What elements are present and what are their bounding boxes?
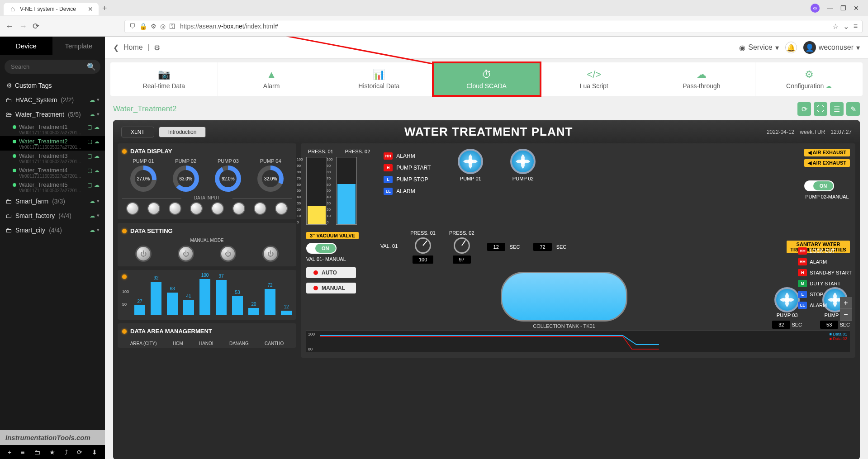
cloud-icon[interactable]: ☁ bbox=[90, 198, 95, 204]
chevron-down-icon[interactable]: ▾ bbox=[97, 227, 100, 233]
gear-icon[interactable]: ⚙ bbox=[154, 43, 160, 52]
sidebar-tab-template[interactable]: Template bbox=[52, 37, 105, 55]
url-bar[interactable]: ⛉ 🔒 ⚙ ◎ ⚿ https://asean.v-box.net/index.… bbox=[124, 20, 863, 33]
back-button[interactable]: ← bbox=[5, 22, 14, 31]
add-icon[interactable]: + bbox=[8, 449, 11, 456]
device-item[interactable]: Water_Treatment4▢☁ Vir001171116005027a27… bbox=[0, 165, 105, 180]
back-icon[interactable]: ❮ bbox=[113, 43, 119, 52]
group-smartfactory[interactable]: 🗀 Smart_factory (4/4) ☁▾ bbox=[0, 208, 105, 223]
zoom-in-button[interactable]: + bbox=[840, 297, 852, 309]
chevron-down-icon[interactable]: ▾ bbox=[97, 97, 100, 103]
cloud-icon[interactable]: ☁ bbox=[94, 138, 100, 145]
screen-icon[interactable]: ▢ bbox=[87, 182, 92, 188]
knob[interactable] bbox=[254, 202, 266, 215]
cloud-icon[interactable]: ☁ bbox=[94, 167, 100, 174]
share-icon[interactable]: ⤴ bbox=[65, 449, 68, 456]
breadcrumb-home[interactable]: Home bbox=[123, 43, 143, 52]
device-item-active[interactable]: Water_Treatment2▢☁ Vir001171116005027a27… bbox=[0, 136, 105, 151]
edit-button[interactable]: ✎ bbox=[846, 102, 860, 116]
maximize-button[interactable]: ❐ bbox=[840, 5, 846, 12]
mode-knob[interactable]: ⏻ bbox=[262, 246, 279, 262]
cloud-icon[interactable]: ☁ bbox=[90, 227, 95, 233]
tab-lua[interactable]: </>Lua Script bbox=[541, 62, 648, 96]
cloud-icon[interactable]: ☁ bbox=[94, 153, 100, 159]
cloud-icon[interactable]: ☁ bbox=[94, 124, 100, 130]
pocket-icon[interactable]: ⌄ bbox=[843, 22, 849, 31]
group-smartfarm[interactable]: 🗀 Smart_farm (3/3) ☁▾ bbox=[0, 194, 105, 208]
fullscreen-button[interactable]: ⛶ bbox=[814, 102, 827, 116]
tab-config[interactable]: ⚙Configuration☁ bbox=[755, 62, 863, 96]
star-icon[interactable]: ☆ bbox=[832, 22, 839, 31]
tab-alarm[interactable]: ▲Alarm bbox=[218, 62, 326, 96]
device-item[interactable]: Water_Treatment5▢☁ Vir001171116005027a27… bbox=[0, 180, 105, 194]
menu-icon[interactable]: ≡ bbox=[854, 22, 858, 31]
reload-button[interactable]: ⟳ bbox=[33, 21, 39, 31]
knob[interactable] bbox=[232, 202, 245, 215]
shield-icon[interactable]: ⛉ bbox=[129, 23, 136, 30]
screen-icon[interactable]: ▢ bbox=[87, 138, 92, 145]
knob[interactable] bbox=[169, 202, 181, 215]
screen-icon[interactable]: ▢ bbox=[87, 153, 92, 159]
list-icon[interactable]: ≡ bbox=[21, 449, 24, 456]
window-close-button[interactable]: ✕ bbox=[854, 5, 859, 12]
device-item[interactable]: Water_Treatment1▢☁ Vir001171116005027a27… bbox=[0, 122, 105, 136]
zoom-out-button[interactable]: − bbox=[840, 309, 852, 321]
chevron-down-icon[interactable]: ▾ bbox=[97, 198, 100, 204]
screen-icon[interactable]: ▢ bbox=[87, 167, 92, 174]
new-tab-button[interactable]: + bbox=[102, 4, 107, 13]
cloud-icon[interactable]: ☁ bbox=[94, 182, 100, 188]
extension-icon[interactable]: ∞ bbox=[811, 4, 820, 13]
knob[interactable] bbox=[190, 202, 203, 215]
forward-button[interactable]: → bbox=[19, 22, 27, 31]
group-water[interactable]: 🗁 Water_Treatment (5/5) ☁▾ bbox=[0, 107, 105, 122]
bar: 27 bbox=[134, 305, 145, 315]
sidebar-tab-device[interactable]: Device bbox=[0, 37, 52, 55]
lock-icon[interactable]: 🔒 bbox=[139, 23, 147, 30]
search-field[interactable] bbox=[11, 63, 87, 70]
user-menu[interactable]: 👤 weconuser ▾ bbox=[803, 41, 860, 54]
intro-button[interactable]: Introduction bbox=[159, 127, 206, 137]
download-icon[interactable]: ⬇ bbox=[92, 449, 97, 456]
cloud-icon[interactable]: ☁ bbox=[90, 213, 95, 219]
knob[interactable] bbox=[211, 202, 224, 215]
mode-knob[interactable]: ⏻ bbox=[220, 246, 236, 262]
tab-passthrough[interactable]: ☁Pass-through bbox=[648, 62, 756, 96]
knob[interactable] bbox=[126, 202, 139, 215]
settings-icon[interactable]: ⚙ bbox=[151, 23, 157, 30]
screen-icon[interactable]: ▢ bbox=[87, 124, 92, 130]
bell-icon[interactable]: 🔔 bbox=[785, 42, 797, 53]
manual-button[interactable]: MANUAL bbox=[306, 283, 356, 293]
knob[interactable] bbox=[275, 202, 288, 215]
on-toggle[interactable]: ON bbox=[804, 180, 835, 191]
knob[interactable] bbox=[147, 202, 160, 215]
tab-cloud-scada[interactable]: ⏱Cloud SCADA bbox=[433, 62, 541, 96]
mode-knob[interactable]: ⏻ bbox=[135, 246, 152, 262]
tab-historical[interactable]: 📊Historical Data bbox=[325, 62, 433, 96]
xlnt-button[interactable]: XLNT bbox=[121, 127, 154, 137]
mode-knob[interactable]: ⏻ bbox=[178, 246, 194, 262]
cloud-icon[interactable]: ☁ bbox=[90, 97, 95, 103]
minimize-button[interactable]: — bbox=[827, 5, 833, 12]
refresh-button[interactable]: ⟳ bbox=[797, 102, 811, 116]
location-icon[interactable]: ◎ bbox=[160, 23, 166, 30]
tab-realtime[interactable]: 📷Real-time Data bbox=[110, 62, 218, 96]
close-icon[interactable]: ✕ bbox=[88, 5, 93, 13]
chevron-down-icon[interactable]: ▾ bbox=[97, 213, 100, 219]
custom-tags-button[interactable]: ⚙ Custom Tags bbox=[0, 78, 105, 93]
auto-button[interactable]: AUTO bbox=[306, 267, 356, 278]
chevron-down-icon[interactable]: ▾ bbox=[97, 111, 100, 118]
folder-icon[interactable]: 🗀 bbox=[34, 449, 40, 456]
cloud-icon[interactable]: ☁ bbox=[90, 111, 95, 118]
search-input[interactable]: 🔍 bbox=[5, 60, 100, 74]
key-icon[interactable]: ⚿ bbox=[169, 23, 175, 30]
group-hvac[interactable]: 🗀 HVAC_System (2/2) ☁▾ bbox=[0, 93, 105, 107]
list-button[interactable]: ☰ bbox=[830, 102, 844, 116]
group-smartcity[interactable]: 🗀 Smart_city (4/4) ☁▾ bbox=[0, 223, 105, 237]
service-dropdown[interactable]: ◉ Service ▾ bbox=[739, 43, 778, 52]
valve-on-toggle[interactable]: ON bbox=[306, 243, 337, 254]
refresh-icon[interactable]: ⟳ bbox=[77, 449, 82, 456]
search-icon[interactable]: 🔍 bbox=[87, 62, 96, 71]
star-icon[interactable]: ★ bbox=[49, 449, 55, 456]
device-item[interactable]: Water_Treatment3▢☁ Vir001171116005027a27… bbox=[0, 151, 105, 165]
browser-tab[interactable]: ⌂ V-NET system - Device ✕ bbox=[4, 3, 99, 15]
